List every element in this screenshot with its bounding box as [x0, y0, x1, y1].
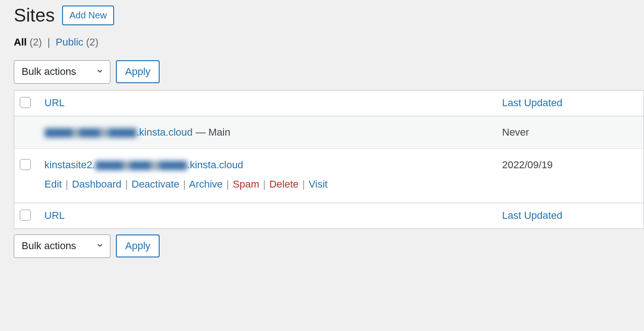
filter-public-count: (2): [86, 36, 98, 48]
bulk-actions-select-bottom[interactable]: Bulk actions: [14, 234, 110, 258]
column-url[interactable]: URL: [39, 90, 497, 116]
apply-button-top[interactable]: Apply: [116, 60, 160, 83]
redacted-text: [95, 161, 187, 170]
last-updated-cell: 2022/09/19: [497, 148, 644, 203]
action-edit[interactable]: Edit: [45, 178, 62, 190]
action-delete[interactable]: Delete: [269, 178, 299, 190]
bulk-actions-select[interactable]: Bulk actions: [14, 60, 110, 84]
apply-button-bottom[interactable]: Apply: [116, 234, 160, 257]
action-archive[interactable]: Archive: [189, 178, 223, 190]
column-checkbox-footer: [14, 203, 39, 228]
column-last-updated-footer[interactable]: Last Updated: [497, 203, 644, 228]
tablenav-bottom: Bulk actions Apply: [0, 229, 644, 264]
filter-all[interactable]: All (2): [14, 36, 45, 48]
filter-separator: |: [47, 36, 50, 48]
site-url[interactable]: kinstasite2..kinsta.cloud: [45, 159, 243, 171]
action-visit[interactable]: Visit: [309, 178, 328, 190]
column-last-updated-label: Last Updated: [502, 210, 563, 221]
filter-public-label: Public: [56, 36, 83, 48]
action-deactivate[interactable]: Deactivate: [132, 178, 179, 190]
table-row: .kinsta.cloud — Main Never: [14, 116, 644, 148]
filter-all-count: (2): [29, 36, 42, 48]
select-all-checkbox-footer[interactable]: [20, 210, 31, 221]
column-url-label: URL: [45, 210, 65, 221]
row-actions: Edit | Dashboard | Deactivate | Archive …: [45, 176, 491, 193]
sites-table: URL Last Updated .kinsta.cloud — Main: [14, 90, 644, 229]
filter-subnav: All (2) | Public (2): [0, 28, 644, 55]
page-title: Sites: [14, 4, 55, 26]
tablenav-top: Bulk actions Apply: [0, 55, 644, 90]
site-domain-prefix: kinstasite2.: [45, 159, 95, 171]
filter-public[interactable]: Public (2): [56, 36, 98, 48]
column-url-footer[interactable]: URL: [39, 203, 497, 228]
row-checkbox[interactable]: [20, 159, 31, 170]
site-domain-suffix: .kinsta.cloud: [187, 159, 243, 171]
add-new-button[interactable]: Add New: [62, 6, 114, 25]
action-spam[interactable]: Spam: [233, 178, 259, 190]
filter-all-label: All: [14, 36, 27, 48]
column-url-label: URL: [45, 97, 65, 108]
last-updated-cell: Never: [497, 116, 644, 148]
table-row: kinstasite2..kinsta.cloud Edit | Dashboa…: [14, 148, 644, 203]
site-url[interactable]: .kinsta.cloud: [45, 126, 196, 138]
column-checkbox: [14, 90, 39, 116]
action-dashboard[interactable]: Dashboard: [72, 178, 121, 190]
main-site-flag: — Main: [196, 126, 230, 138]
redacted-text: [45, 128, 137, 137]
select-all-checkbox[interactable]: [20, 97, 31, 108]
column-last-updated[interactable]: Last Updated: [497, 90, 644, 116]
column-last-updated-label: Last Updated: [502, 97, 563, 108]
site-domain-suffix: .kinsta.cloud: [137, 126, 193, 138]
